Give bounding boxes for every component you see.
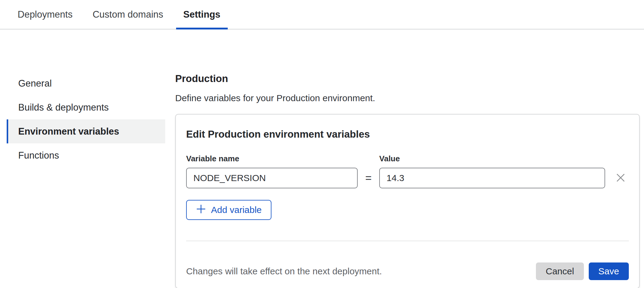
tab-settings[interactable]: Settings [176, 0, 228, 29]
sidebar-item-functions[interactable]: Functions [7, 143, 165, 167]
cancel-button[interactable]: Cancel [536, 262, 584, 280]
variable-value-input[interactable] [379, 168, 605, 188]
close-icon [615, 172, 626, 184]
value-label: Value [379, 154, 605, 163]
sidebar-item-environment-variables[interactable]: Environment variables [7, 119, 165, 143]
main-panel: Production Define variables for your Pro… [175, 29, 644, 288]
tab-custom-domains[interactable]: Custom domains [85, 0, 171, 29]
section-description: Define variables for your Production env… [175, 93, 640, 103]
plus-icon [196, 204, 206, 216]
tab-settings-label: Settings [183, 9, 220, 20]
environment-variables-card: Edit Production environment variables Va… [175, 114, 640, 288]
sidebar-item-functions-label: Functions [18, 150, 59, 161]
card-title: Edit Production environment variables [186, 129, 629, 140]
card-divider [186, 241, 629, 241]
variable-name-label: Variable name [186, 154, 358, 163]
tab-custom-domains-label: Custom domains [93, 9, 163, 20]
sidebar-item-general[interactable]: General [7, 71, 165, 95]
variable-name-field-group: Variable name [186, 154, 358, 188]
section-title: Production [175, 73, 640, 84]
remove-variable-button[interactable] [615, 168, 626, 188]
card-footer: Changes will take effect on the next dep… [186, 262, 629, 280]
equals-sign: = [358, 168, 379, 188]
variable-name-input[interactable] [186, 168, 358, 188]
settings-sidebar: General Builds & deployments Environment… [0, 29, 175, 288]
save-button[interactable]: Save [589, 262, 629, 280]
tab-deployments[interactable]: Deployments [10, 0, 80, 29]
variable-row: Variable name = Value [186, 154, 629, 188]
sidebar-item-general-label: General [18, 78, 52, 89]
settings-content: General Builds & deployments Environment… [0, 29, 644, 288]
variable-value-field-group: Value [379, 154, 605, 188]
deployment-note: Changes will take effect on the next dep… [186, 266, 536, 276]
add-variable-button[interactable]: Add variable [186, 200, 271, 220]
tab-bar: Deployments Custom domains Settings [0, 0, 644, 29]
tab-deployments-label: Deployments [18, 9, 73, 20]
sidebar-item-builds-deployments-label: Builds & deployments [18, 102, 109, 113]
sidebar-item-builds-deployments[interactable]: Builds & deployments [7, 95, 165, 119]
sidebar-item-environment-variables-label: Environment variables [18, 126, 119, 137]
add-variable-label: Add variable [211, 205, 262, 215]
